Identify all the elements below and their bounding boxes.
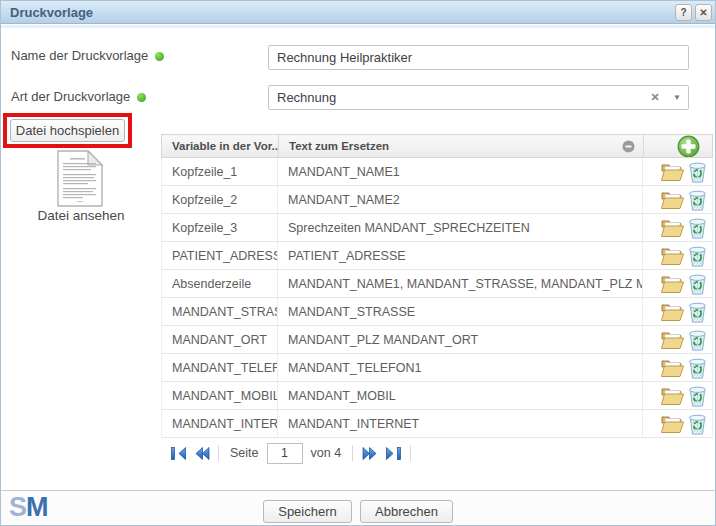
row-actions: [643, 354, 712, 381]
open-folder-icon[interactable]: [660, 273, 685, 294]
cell-text: MANDANT_INTERNET: [278, 410, 643, 437]
delete-trash-icon[interactable]: [687, 245, 708, 267]
row-actions: [643, 270, 712, 297]
required-dot-icon: [155, 52, 164, 61]
cell-variable: PATIENT_ADRESSE: [162, 242, 278, 269]
delete-trash-icon[interactable]: [687, 413, 708, 435]
previous-page-button[interactable]: [192, 444, 210, 462]
open-folder-icon[interactable]: [660, 189, 685, 210]
column-header-variable[interactable]: Variable in der Vor...: [162, 135, 279, 157]
row-actions: [643, 326, 712, 353]
page-label: Seite: [227, 446, 262, 460]
delete-trash-icon[interactable]: [687, 189, 708, 211]
delete-trash-icon[interactable]: [687, 385, 708, 407]
cell-variable: MANDANT_TELEFON1: [162, 354, 278, 381]
cell-text: PATIENT_ADRESSE: [278, 242, 643, 269]
add-row-icon[interactable]: [677, 135, 700, 157]
cell-variable: MANDANT_MOBIL: [162, 382, 278, 409]
required-dot-icon: [137, 93, 146, 102]
cell-text: MANDANT_MOBIL: [278, 382, 643, 409]
toolbar-separator: [410, 445, 411, 461]
open-folder-icon[interactable]: [660, 161, 685, 182]
delete-trash-icon[interactable]: [687, 329, 708, 351]
chevron-down-icon[interactable]: ▼: [666, 93, 688, 102]
table-row[interactable]: MANDANT_MOBIL MANDANT_MOBIL: [161, 382, 713, 410]
column-header-actions: [644, 135, 712, 157]
view-file-label: Datei ansehen: [1, 208, 161, 223]
table-row[interactable]: MANDANT_ORT MANDANT_PLZ MANDANT_ORT: [161, 326, 713, 354]
cell-text: MANDANT_NAME2: [278, 186, 643, 213]
toolbar-separator: [352, 445, 353, 461]
cancel-button[interactable]: Abbrechen: [360, 500, 453, 523]
page-count-label: von 4: [308, 446, 345, 460]
table-row[interactable]: Kopfzeile_1 MANDANT_NAME1: [161, 158, 713, 186]
template-type-combobox[interactable]: Rechnung ✕ ▼: [268, 85, 689, 110]
cell-variable: MANDANT_ORT: [162, 326, 278, 353]
table-row[interactable]: MANDANT_TELEFON1 MANDANT_TELEFON1: [161, 354, 713, 382]
grid-header: Variable in der Vor... Text zum Ersetzen: [161, 134, 713, 158]
dialog-footer: SM Speichern Abbrechen: [1, 490, 715, 525]
dialog-titlebar[interactable]: Druckvorlage: [1, 1, 715, 24]
table-body: Kopfzeile_1 MANDANT_NAME1: [161, 158, 713, 438]
table-row[interactable]: MANDANT_STRASSE MANDANT_STRASSE: [161, 298, 713, 326]
cell-variable: Kopfzeile_1: [162, 158, 278, 185]
cell-text: MANDANT_STRASSE: [278, 298, 643, 325]
next-page-button[interactable]: [361, 444, 379, 462]
row-actions: [643, 410, 712, 437]
column-menu-icon[interactable]: [622, 140, 635, 153]
open-folder-icon[interactable]: [660, 329, 685, 350]
row-actions: [643, 298, 712, 325]
combobox-value: Rechnung: [269, 90, 644, 105]
cell-variable: Kopfzeile_2: [162, 186, 278, 213]
table-row[interactable]: Absenderzeile MANDANT_NAME1, MANDANT_STR…: [161, 270, 713, 298]
cell-text: MANDANT_TELEFON1: [278, 354, 643, 381]
column-header-text[interactable]: Text zum Ersetzen: [279, 135, 644, 157]
table-row[interactable]: PATIENT_ADRESSE PATIENT_ADRESSE: [161, 242, 713, 270]
cell-text: Sprechzeiten MANDANT_SPRECHZEITEN: [278, 214, 643, 241]
cell-text: MANDANT_PLZ MANDANT_ORT: [278, 326, 643, 353]
document-preview-icon[interactable]: [57, 150, 103, 207]
open-folder-icon[interactable]: [660, 301, 685, 322]
open-folder-icon[interactable]: [660, 357, 685, 378]
druckvorlage-dialog: Druckvorlage ? ✕ Name der Druckvorlage A…: [0, 0, 716, 526]
delete-trash-icon[interactable]: [687, 301, 708, 323]
close-icon[interactable]: ✕: [695, 4, 712, 21]
titlebar-strip: [1, 25, 715, 28]
cell-variable: MANDANT_STRASSE: [162, 298, 278, 325]
toolbar-separator: [218, 445, 219, 461]
table-row[interactable]: MANDANT_INTERNET MANDANT_INTERNET: [161, 410, 713, 438]
row-actions: [643, 214, 712, 241]
cell-variable: Absenderzeile: [162, 270, 278, 297]
table-row[interactable]: Kopfzeile_3 Sprechzeiten MANDANT_SPRECHZ…: [161, 214, 713, 242]
delete-trash-icon[interactable]: [687, 357, 708, 379]
cell-text: MANDANT_NAME1: [278, 158, 643, 185]
paging-toolbar: Seite von 4: [161, 438, 713, 468]
row-actions: [643, 158, 712, 185]
dialog-title: Druckvorlage: [10, 5, 93, 20]
cell-variable: Kopfzeile_3: [162, 214, 278, 241]
name-label: Name der Druckvorlage: [11, 48, 164, 63]
table-row[interactable]: Kopfzeile_2 MANDANT_NAME2: [161, 186, 713, 214]
save-button[interactable]: Speichern: [263, 500, 352, 523]
variables-grid: Variable in der Vor... Text zum Ersetzen: [161, 134, 713, 468]
help-icon[interactable]: ?: [675, 4, 692, 21]
open-folder-icon[interactable]: [660, 217, 685, 238]
cell-text: MANDANT_NAME1, MANDANT_STRASSE, MANDANT_…: [278, 270, 643, 297]
row-actions: [643, 242, 712, 269]
last-page-button[interactable]: [384, 444, 402, 462]
first-page-button[interactable]: [169, 444, 187, 462]
row-actions: [643, 382, 712, 409]
clear-icon[interactable]: ✕: [644, 91, 666, 104]
template-name-input[interactable]: [268, 45, 689, 70]
delete-trash-icon[interactable]: [687, 217, 708, 239]
row-actions: [643, 186, 712, 213]
open-folder-icon[interactable]: [660, 245, 685, 266]
delete-trash-icon[interactable]: [687, 161, 708, 183]
type-label: Art der Druckvorlage: [11, 89, 146, 104]
app-logo: SM: [9, 492, 48, 523]
cell-variable: MANDANT_INTERNET: [162, 410, 278, 437]
open-folder-icon[interactable]: [660, 413, 685, 434]
open-folder-icon[interactable]: [660, 385, 685, 406]
delete-trash-icon[interactable]: [687, 273, 708, 295]
page-number-input[interactable]: [267, 443, 303, 464]
